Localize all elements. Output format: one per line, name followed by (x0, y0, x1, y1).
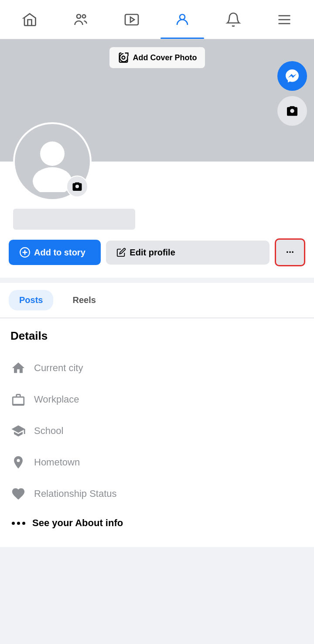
tabs-section: Posts Reels (0, 283, 314, 318)
relationship-label: Relationship Status (34, 488, 117, 499)
three-dots-icon (10, 522, 26, 525)
nav-profile[interactable] (160, 0, 204, 39)
briefcase-icon (10, 392, 26, 407)
school-label: School (34, 425, 63, 437)
svg-point-1 (82, 14, 86, 18)
tab-posts[interactable]: Posts (9, 290, 53, 310)
svg-point-0 (77, 14, 81, 18)
profile-name-placeholder (13, 209, 135, 230)
current-city-label: Current city (34, 362, 83, 374)
details-title: Details (10, 329, 304, 343)
cover-camera-button[interactable] (277, 96, 307, 126)
add-to-story-label: Add to story (34, 248, 85, 258)
avatar-camera-button[interactable] (66, 176, 88, 197)
section-divider (0, 278, 314, 283)
heart-icon (10, 486, 26, 502)
location-icon (10, 455, 26, 470)
avatar-container (13, 122, 92, 201)
add-cover-photo-button[interactable]: Add Cover Photo (109, 47, 205, 68)
top-navigation (0, 0, 314, 39)
nav-menu[interactable] (263, 0, 306, 39)
details-section: Details Current city Workplace School (0, 319, 314, 547)
svg-marker-3 (130, 17, 134, 22)
edit-profile-button[interactable]: Edit profile (106, 241, 270, 265)
nav-friends[interactable] (59, 0, 102, 39)
tab-reels[interactable]: Reels (62, 290, 106, 310)
detail-workplace[interactable]: Workplace (10, 384, 304, 415)
graduation-icon (10, 423, 26, 439)
add-cover-label: Add Cover Photo (133, 53, 197, 62)
see-about-label: See your About info (32, 517, 123, 529)
svg-rect-2 (125, 14, 138, 25)
svg-point-9 (40, 141, 65, 166)
hometown-label: Hometown (34, 457, 80, 468)
home-icon (10, 360, 26, 376)
nav-home[interactable] (8, 0, 51, 39)
more-options-label: ··· (286, 247, 294, 258)
see-about-info-button[interactable]: See your About info (10, 510, 304, 537)
detail-relationship[interactable]: Relationship Status (10, 478, 304, 510)
workplace-label: Workplace (34, 394, 79, 405)
svg-point-4 (180, 14, 185, 20)
nav-notifications[interactable] (212, 0, 255, 39)
profile-action-buttons: Add to story Edit profile ··· (0, 234, 314, 271)
detail-school[interactable]: School (10, 415, 304, 447)
add-to-story-button[interactable]: Add to story (9, 240, 101, 265)
more-options-button[interactable]: ··· (275, 238, 305, 266)
svg-point-8 (122, 56, 125, 59)
cover-action-buttons (277, 61, 307, 126)
edit-profile-label: Edit profile (130, 248, 175, 258)
detail-current-city[interactable]: Current city (10, 352, 304, 384)
detail-hometown[interactable]: Hometown (10, 447, 304, 478)
messenger-button[interactable] (277, 61, 307, 91)
nav-watch[interactable] (110, 0, 154, 39)
